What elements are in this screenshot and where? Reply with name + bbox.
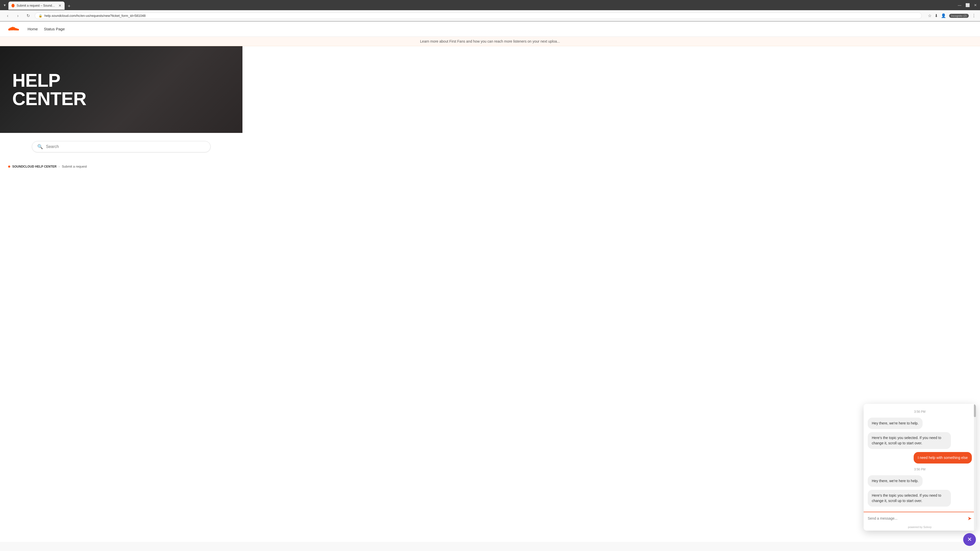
chat-bubble-bot-1: Hey there, we're here to help.	[868, 418, 923, 429]
hero-text: HELP CENTER	[0, 59, 99, 120]
chat-widget: 3:56 PM Hey there, we're here to help. H…	[864, 404, 976, 530]
tab-favicon	[11, 4, 14, 7]
browser-titlebar: ▼ Submit a request – SoundCloud... ✕ + —…	[0, 0, 980, 10]
sc-logo-icon	[8, 26, 19, 32]
chat-scrollbar-thumb[interactable]	[974, 404, 976, 417]
browser-chrome: ▼ Submit a request – SoundCloud... ✕ + —…	[0, 0, 980, 21]
chat-bubble-bot-4: Here's the topic you selected. If you ne…	[868, 490, 951, 507]
profile-button[interactable]: 👤	[941, 13, 946, 18]
chat-timestamp-1: 3:56 PM	[868, 410, 972, 413]
close-window-button[interactable]: ✕	[974, 3, 977, 7]
tab-label: Submit a request – SoundCloud...	[17, 4, 56, 7]
search-section: 🔍	[0, 133, 242, 160]
breadcrumb-brand[interactable]: SOUNDCLOUD HELP CENTER	[12, 165, 57, 168]
hero-title: HELP CENTER	[12, 71, 86, 108]
main-layout: HELP CENTER 🔍 SOUNDCLOUD HELP CENTER › S…	[0, 46, 980, 172]
search-input[interactable]	[46, 144, 205, 149]
incognito-badge: Incognito (2)	[949, 14, 969, 18]
menu-button[interactable]: ⋮	[972, 13, 976, 18]
search-icon: 🔍	[37, 144, 43, 149]
tab-group-selector[interactable]: ▼	[3, 3, 6, 7]
chat-input-area: ➤	[864, 512, 976, 524]
nav-home[interactable]: Home	[27, 27, 38, 31]
hero-section: HELP CENTER	[0, 46, 242, 133]
breadcrumb-page[interactable]: Submit a request	[62, 165, 87, 168]
soundcloud-logo[interactable]	[8, 26, 19, 32]
promo-banner: Learn more about First Fans and how you …	[0, 37, 980, 46]
svg-point-8	[18, 29, 19, 30]
site-nav: Home Status Page	[27, 27, 65, 31]
website-content: Home Status Page Learn more about First …	[0, 21, 980, 542]
chat-bubble-user: I need help with something else	[914, 452, 972, 464]
chat-bubble-bot-3: Hey there, we're here to help.	[868, 475, 923, 487]
tab-close-button[interactable]: ✕	[59, 3, 62, 8]
maximize-button[interactable]: ⬜	[966, 3, 970, 7]
chat-powered-by: powered by Solvvy	[864, 524, 976, 530]
bookmark-button[interactable]: ☆	[928, 13, 932, 18]
url-text: help.soundcloud.com/hc/en-us/requests/ne…	[45, 14, 918, 17]
content-area: HELP CENTER 🔍 SOUNDCLOUD HELP CENTER › S…	[0, 46, 242, 172]
chat-close-icon: ✕	[967, 536, 972, 542]
chat-timestamp-2: 3:56 PM	[868, 468, 972, 471]
chat-send-button[interactable]: ➤	[967, 515, 972, 521]
forward-button[interactable]: ›	[14, 12, 21, 19]
reload-button[interactable]: ↻	[24, 12, 32, 19]
search-bar: 🔍	[32, 141, 210, 152]
chat-bubble-bot-2: Here's the topic you selected. If you ne…	[868, 432, 951, 449]
active-tab[interactable]: Submit a request – SoundCloud... ✕	[8, 2, 65, 10]
breadcrumb-dot	[8, 165, 10, 168]
back-button[interactable]: ‹	[4, 12, 11, 19]
nav-status[interactable]: Status Page	[44, 27, 65, 31]
chat-scrollbar-track	[974, 404, 976, 530]
chat-message-input[interactable]	[868, 516, 965, 520]
chat-messages: 3:56 PM Hey there, we're here to help. H…	[864, 404, 976, 512]
breadcrumb: SOUNDCLOUD HELP CENTER › Submit a reques…	[0, 160, 242, 172]
new-tab-button[interactable]: +	[65, 3, 73, 10]
browser-addressbar: ‹ › ↻ 🔒 help.soundcloud.com/hc/en-us/req…	[0, 10, 980, 21]
breadcrumb-separator: ›	[59, 165, 60, 168]
security-icon: 🔒	[38, 14, 42, 17]
address-bar[interactable]: 🔒 help.soundcloud.com/hc/en-us/requests/…	[35, 13, 922, 19]
site-header: Home Status Page	[0, 21, 980, 37]
minimize-button[interactable]: —	[958, 3, 961, 7]
download-button[interactable]: ⬇	[935, 13, 938, 18]
